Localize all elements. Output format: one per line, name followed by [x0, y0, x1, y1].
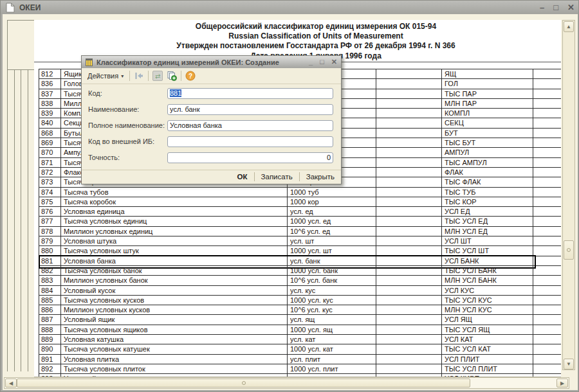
- table-row[interactable]: 887 Условный ящик усл. ящ УСЛ ЯЩ: [39, 315, 561, 325]
- cell-code[interactable]: 883: [39, 276, 61, 285]
- table-row[interactable]: 883 Миллион условных банок 10^6 усл. бан…: [39, 276, 561, 285]
- cell-code[interactable]: 879: [39, 236, 61, 245]
- cell-empty[interactable]: [533, 355, 561, 364]
- cell-short-name[interactable]: 1000 усл. шт: [288, 246, 376, 255]
- cell-short-name[interactable]: усл. кат: [288, 335, 376, 344]
- cell-unit-code[interactable]: ЯЩ: [442, 69, 533, 78]
- cell-unit-code[interactable]: СЕКЦ: [442, 118, 533, 127]
- cell-code[interactable]: 812: [39, 69, 61, 78]
- cell-short-name[interactable]: 1000 усл. кат: [288, 344, 376, 353]
- cell-empty[interactable]: [376, 99, 442, 108]
- cell-empty[interactable]: [533, 335, 561, 344]
- cell-empty[interactable]: [376, 296, 442, 305]
- cell-unit-code[interactable]: ТЫС УСЛ ПЛИТ: [442, 364, 533, 373]
- scroll-up-icon[interactable]: ▲: [564, 21, 574, 32]
- cell-empty[interactable]: [376, 168, 442, 177]
- cell-empty[interactable]: [533, 305, 561, 314]
- cell-empty[interactable]: [376, 276, 442, 285]
- cell-empty[interactable]: [533, 148, 561, 157]
- cell-short-name[interactable]: усл. шт: [288, 236, 376, 245]
- cell-name[interactable]: Тысяча условных ящиков: [61, 325, 288, 334]
- cell-empty[interactable]: [533, 256, 561, 265]
- cell-unit-code[interactable]: ТЫС АМПУЛ: [442, 158, 533, 167]
- cell-code[interactable]: 874: [39, 188, 61, 197]
- cell-short-name[interactable]: 10^6 усл. ед: [288, 227, 376, 236]
- cell-empty[interactable]: [533, 138, 561, 147]
- cell-unit-code[interactable]: ТЫС ТУБ: [442, 188, 533, 197]
- cell-short-name[interactable]: усл. кус: [288, 286, 376, 295]
- table-row[interactable]: 892 Тысяча условных плиток 1000 усл. пли…: [39, 364, 561, 374]
- cell-short-name[interactable]: 1000 усл. ящ: [288, 325, 376, 334]
- cell-empty[interactable]: [533, 364, 561, 373]
- cell-empty[interactable]: [376, 325, 442, 334]
- cell-short-name[interactable]: усл. ящ: [288, 315, 376, 324]
- cell-code[interactable]: 890: [39, 344, 61, 353]
- cell-name[interactable]: Тысяча условных катушек: [61, 344, 288, 353]
- cell-empty[interactable]: [533, 168, 561, 177]
- cell-empty[interactable]: [533, 207, 561, 216]
- cell-empty[interactable]: [376, 305, 442, 314]
- cell-empty[interactable]: [376, 355, 442, 364]
- cell-short-name[interactable]: 1000 усл. плит: [288, 364, 376, 373]
- cell-empty[interactable]: [533, 325, 561, 334]
- cell-name[interactable]: Условная единица: [61, 207, 288, 216]
- cell-unit-code[interactable]: ТЫС УСЛ КУС: [442, 296, 533, 305]
- cell-empty[interactable]: [533, 344, 561, 353]
- cell-empty[interactable]: [376, 109, 442, 118]
- cell-code[interactable]: 891: [39, 355, 61, 364]
- refresh-icon[interactable]: ⇄: [152, 71, 163, 81]
- cell-name[interactable]: Миллион условных единиц: [61, 227, 288, 236]
- cell-empty[interactable]: [376, 217, 442, 226]
- table-row[interactable]: 891 Условная плитка усл. плит УСЛ ПЛИТ: [39, 355, 561, 364]
- table-row[interactable]: 877 Тысяча условных единиц 1000 усл. ед …: [39, 217, 561, 226]
- cell-unit-code[interactable]: УСЛ ПЛИТ: [442, 355, 533, 364]
- cell-empty[interactable]: [533, 109, 561, 118]
- cell-unit-code[interactable]: МЛН ПАР: [442, 99, 533, 108]
- table-row[interactable]: 874 Тысяча тубов 1000 туб ТЫС ТУБ: [39, 188, 561, 197]
- horizontal-scroll-thumb[interactable]: [17, 379, 470, 388]
- cell-code[interactable]: 839: [39, 109, 61, 118]
- table-row[interactable]: 882 Тысяча условных банок 1000 усл. банк…: [39, 266, 561, 276]
- cell-empty[interactable]: [376, 69, 442, 78]
- cell-name[interactable]: Миллион условных банок: [61, 276, 288, 285]
- cell-code[interactable]: 869: [39, 138, 61, 147]
- cell-unit-code[interactable]: ТЫС УСЛ БАНК: [442, 266, 533, 275]
- cell-empty[interactable]: [376, 236, 442, 245]
- vertical-scrollbar[interactable]: ▲ ▼: [562, 20, 575, 370]
- cell-empty[interactable]: [376, 286, 442, 295]
- cell-unit-code[interactable]: ТЫС УСЛ КАТ: [442, 344, 533, 353]
- cell-empty[interactable]: [533, 158, 561, 167]
- cell-code[interactable]: 886: [39, 305, 61, 314]
- table-row[interactable]: 881 Условная банка усл. банк УСЛ БАНК: [39, 256, 561, 266]
- cell-empty[interactable]: [376, 89, 442, 98]
- cell-code[interactable]: 876: [39, 207, 61, 216]
- cell-unit-code[interactable]: ФЛАК: [442, 168, 533, 177]
- cell-name[interactable]: Условная плитка: [61, 355, 288, 364]
- cell-unit-code[interactable]: ГОЛ: [442, 79, 533, 88]
- cell-name[interactable]: Тысяча условных кусков: [61, 296, 288, 305]
- table-row[interactable]: 886 Миллион условных кусков 10^6 усл. ку…: [39, 305, 561, 315]
- scroll-down-icon[interactable]: ▼: [564, 359, 574, 370]
- cell-empty[interactable]: [533, 296, 561, 305]
- cell-unit-code[interactable]: МЛН УСЛ ЕД: [442, 227, 533, 236]
- cell-empty[interactable]: [376, 148, 442, 157]
- cell-empty[interactable]: [376, 364, 442, 373]
- code-input[interactable]: 881: [167, 88, 333, 99]
- cell-code[interactable]: 887: [39, 315, 61, 324]
- cell-unit-code[interactable]: ТЫС ФЛАК: [442, 177, 533, 186]
- cell-empty[interactable]: [376, 138, 442, 147]
- precision-input[interactable]: 0: [167, 152, 333, 163]
- table-row[interactable]: 875 Тысяча коробок 1000 кор ТЫС КОР: [39, 197, 561, 207]
- write-button[interactable]: Записать: [260, 172, 294, 181]
- cell-empty[interactable]: [533, 197, 561, 206]
- cell-empty[interactable]: [533, 286, 561, 295]
- cell-unit-code[interactable]: УСЛ КАТ: [442, 335, 533, 344]
- cell-short-name[interactable]: 10^6 усл. банк: [288, 276, 376, 285]
- cell-code[interactable]: 875: [39, 197, 61, 206]
- cell-unit-code[interactable]: ТЫС УСЛ ЕД: [442, 217, 533, 226]
- cell-empty[interactable]: [376, 118, 442, 127]
- cell-name[interactable]: Тысяча условных плиток: [61, 364, 288, 373]
- cell-unit-code[interactable]: МЛН УСЛ БАНК: [442, 276, 533, 285]
- table-row[interactable]: 880 Тысяча условных штук 1000 усл. шт ТЫ…: [39, 246, 561, 256]
- cell-name[interactable]: Условный ящик: [61, 315, 288, 324]
